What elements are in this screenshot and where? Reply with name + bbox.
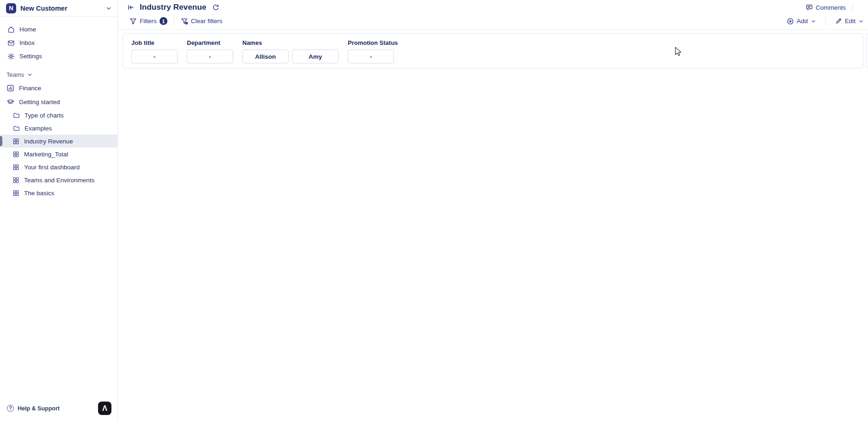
- sidebar-item-label: Settings: [19, 53, 42, 60]
- filter-widget: Job title - Department - Names Allison A…: [123, 33, 863, 68]
- dashboard-toolbar: Filters 1 Clear filters Add Edit: [118, 14, 868, 30]
- workspace-name: New Customer: [20, 5, 101, 12]
- filter-value-chip[interactable]: Amy: [292, 50, 339, 63]
- teams-section-header[interactable]: Teams: [0, 68, 117, 81]
- chevron-down-icon: [858, 19, 864, 24]
- sidebar-item-examples[interactable]: Examples: [0, 122, 117, 135]
- header-divider: [852, 3, 853, 12]
- edit-button[interactable]: Edit: [835, 18, 864, 25]
- app: N New Customer Home Inbox Settings Teams: [0, 0, 868, 421]
- sidebar-item-label: Finance: [19, 85, 41, 92]
- filters-label: Filters: [140, 18, 157, 25]
- dashboard-icon: [12, 190, 19, 197]
- help-support-label: Help & Support: [18, 405, 60, 412]
- dashboard-icon: [12, 164, 19, 171]
- clear-filters-button[interactable]: Clear filters: [181, 18, 222, 25]
- sidebar-item-label: Home: [19, 26, 36, 33]
- sidebar-footer: ? Help & Support Λ: [0, 402, 117, 421]
- sidebar-item-label: The basics: [24, 190, 54, 197]
- filter-column-department: Department -: [187, 39, 233, 68]
- comments-label: Comments: [816, 4, 846, 11]
- sidebar-item-your-first-dashboard[interactable]: Your first dashboard: [0, 161, 117, 173]
- comments-button[interactable]: Comments: [806, 4, 846, 11]
- sidebar-item-industry-revenue[interactable]: Industry Revenue: [0, 135, 117, 148]
- dashboard-canvas: Job title - Department - Names Allison A…: [118, 30, 868, 421]
- main-area: Industry Revenue Comments Filters 1 Clea…: [118, 0, 868, 421]
- sidebar-nav: Home Inbox Settings: [0, 17, 117, 63]
- home-icon: [7, 26, 15, 33]
- filter-label: Job title: [131, 39, 178, 46]
- clear-filters-label: Clear filters: [191, 18, 222, 25]
- sidebar: N New Customer Home Inbox Settings Teams: [0, 0, 118, 421]
- dashboard-icon: [12, 177, 19, 184]
- filters-button[interactable]: Filters 1: [129, 17, 167, 25]
- sidebar-item-finance[interactable]: Finance: [0, 81, 117, 95]
- comment-icon: [806, 4, 813, 11]
- dashboard-icon: [12, 138, 19, 145]
- pencil-icon: [835, 18, 842, 25]
- question-icon: ?: [7, 405, 14, 412]
- sidebar-item-type-of-charts[interactable]: Type of charts: [0, 109, 117, 122]
- sidebar-item-label: Industry Revenue: [24, 138, 73, 145]
- sidebar-item-label: Examples: [25, 125, 52, 132]
- toolbar-divider: [174, 17, 174, 25]
- sidebar-item-label: Teams and Environments: [24, 177, 94, 184]
- sidebar-item-teams-and-environments[interactable]: Teams and Environments: [0, 173, 117, 186]
- sidebar-item-marketing-total[interactable]: Marketing_Total: [0, 148, 117, 161]
- folder-icon: [13, 112, 20, 119]
- graduation-cap-icon: [6, 98, 14, 106]
- clear-filter-icon: [181, 18, 188, 25]
- chart-board-icon: [6, 84, 14, 92]
- page-title: Industry Revenue: [140, 3, 206, 12]
- filter-column-job-title: Job title -: [131, 39, 178, 68]
- filter-value-chip[interactable]: Allison: [242, 50, 289, 63]
- dashboard-header: Industry Revenue Comments: [118, 0, 868, 14]
- sidebar-item-label: Marketing_Total: [24, 151, 68, 158]
- offscreen-widget-sliver: [866, 33, 868, 68]
- add-button[interactable]: Add: [787, 18, 816, 25]
- filter-label: Promotion Status: [348, 39, 398, 46]
- chevron-down-icon: [811, 19, 816, 24]
- sidebar-item-home[interactable]: Home: [0, 23, 117, 36]
- dashboard-icon: [12, 151, 19, 158]
- filter-column-promotion-status: Promotion Status -: [348, 39, 398, 68]
- inbox-icon: [7, 39, 15, 47]
- sidebar-item-the-basics[interactable]: The basics: [0, 186, 117, 199]
- filter-value-chip[interactable]: -: [348, 50, 394, 63]
- filter-label: Department: [187, 39, 233, 46]
- help-support-button[interactable]: ? Help & Support: [7, 405, 60, 412]
- workspace-logo: N: [6, 3, 16, 13]
- sidebar-item-label: Getting started: [19, 99, 60, 105]
- add-label: Add: [797, 18, 808, 25]
- back-icon[interactable]: [127, 4, 135, 11]
- folder-icon: [13, 125, 20, 132]
- chevron-down-icon: [27, 72, 33, 78]
- sidebar-item-label: Inbox: [19, 39, 35, 46]
- refresh-icon[interactable]: [212, 4, 219, 11]
- filter-funnel-icon: [129, 18, 137, 25]
- chevron-down-icon: [105, 5, 112, 12]
- filter-column-names: Names Allison Amy: [242, 39, 339, 68]
- toolbar-divider: [825, 17, 826, 25]
- sidebar-item-label: Your first dashboard: [24, 164, 80, 171]
- filter-value-chip[interactable]: -: [131, 50, 178, 63]
- filter-value-chip[interactable]: -: [187, 50, 233, 63]
- sidebar-item-settings[interactable]: Settings: [0, 50, 117, 63]
- sidebar-item-inbox[interactable]: Inbox: [0, 36, 117, 50]
- brand-logo: Λ: [98, 402, 111, 415]
- edit-label: Edit: [845, 18, 856, 25]
- plus-circle-icon: [787, 18, 794, 25]
- teams-section-label: Teams: [6, 71, 24, 78]
- sidebar-item-getting-started[interactable]: Getting started: [0, 95, 117, 109]
- workspace-selector[interactable]: N New Customer: [0, 0, 117, 17]
- filters-count-badge: 1: [160, 17, 167, 25]
- filter-label: Names: [242, 39, 339, 46]
- gear-icon: [7, 53, 15, 60]
- sidebar-item-label: Type of charts: [25, 112, 64, 119]
